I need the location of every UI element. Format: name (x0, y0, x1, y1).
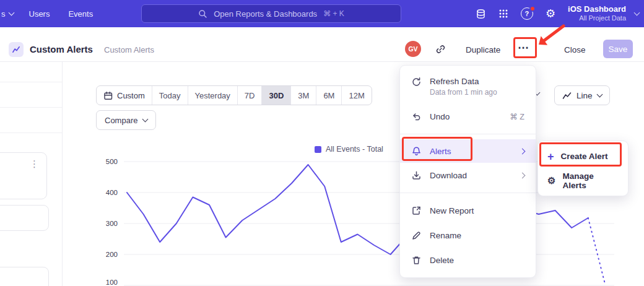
menu-item-label: New Report (430, 206, 474, 215)
menu-item-rename[interactable]: Rename (400, 223, 536, 248)
trash-icon (411, 255, 422, 266)
date-range-3m[interactable]: 3M (290, 86, 316, 105)
plus-icon: + (547, 151, 554, 162)
date-range-label: Custom (117, 91, 145, 100)
date-range-30d[interactable]: 30D (261, 86, 290, 105)
submenu-item-label: Create Alert (561, 152, 608, 161)
alerts-submenu: + Create Alert ⚙ Manage Alerts (537, 141, 629, 196)
date-range-6m[interactable]: 6M (316, 86, 341, 105)
menu-item-subtitle: Data from 1 min ago (430, 88, 497, 97)
legend-swatch (315, 146, 321, 153)
search-placeholder: Open Reports & Dashboards (214, 9, 317, 19)
refresh-icon (411, 77, 422, 87)
save-button[interactable]: Save (603, 40, 633, 58)
chevron-right-icon (520, 172, 526, 178)
date-range-today[interactable]: Today (152, 86, 188, 105)
menu-item-label: Download (430, 171, 467, 180)
sidebar-divider (62, 62, 63, 286)
menu-item-label: Delete (430, 256, 454, 265)
kebab-menu-icon[interactable]: ⋮ (30, 159, 39, 168)
menu-item-label: Undo (430, 112, 450, 121)
share-link-icon[interactable] (435, 44, 446, 54)
chart-type-label: Line (577, 91, 593, 100)
sidebar-card: ⋮ (0, 152, 47, 199)
pencil-icon (411, 230, 422, 241)
undo-icon (411, 111, 422, 122)
app-window: 500 400 300 200 100 All Events - Total ⋮… (0, 0, 644, 286)
search-icon (198, 9, 207, 19)
more-options-button[interactable]: ⋯ (518, 41, 529, 54)
chevron-right-icon (520, 148, 526, 154)
chevron-down-icon (142, 116, 149, 123)
menu-item-shortcut: ⌘ Z (510, 112, 524, 121)
sidebar-card (0, 205, 49, 231)
new-report-icon (411, 206, 422, 216)
calendar-icon (103, 91, 113, 100)
date-range-12m[interactable]: 12M (341, 86, 371, 105)
avatar[interactable]: GV (405, 41, 421, 57)
compare-button[interactable]: Compare (96, 110, 156, 130)
page-title: Custom Alerts (30, 44, 93, 54)
download-icon (411, 170, 422, 181)
menu-divider (400, 193, 536, 193)
nav-item-users[interactable]: Users (20, 0, 59, 27)
menu-item-delete[interactable]: Delete (400, 248, 536, 272)
line-chart-icon (562, 91, 572, 100)
gear-icon: ⚙ (547, 176, 555, 185)
menu-item-alerts[interactable]: Alerts (400, 139, 536, 163)
date-range-picker: Custom Today Yesterday 7D 30D 3M 6M 12M (96, 85, 372, 105)
close-button[interactable]: Close (564, 45, 586, 54)
chevron-down-icon (8, 10, 14, 16)
notification-dot (529, 6, 536, 12)
breadcrumb[interactable]: Custom Alerts (104, 45, 154, 54)
y-axis-tick: 400 (98, 189, 118, 196)
menu-item-label: Alerts (430, 147, 451, 156)
data-management-icon[interactable] (476, 9, 486, 19)
search-shortcut: ⌘ + K (323, 9, 344, 18)
chevron-down-icon (634, 10, 640, 16)
duplicate-button[interactable]: Duplicate (466, 45, 500, 54)
submenu-item-label: Manage Alerts (562, 171, 619, 190)
compare-label: Compare (105, 116, 137, 125)
menu-item-new-report[interactable]: New Report (400, 198, 536, 223)
project-name: iOS Dashboard (568, 4, 626, 14)
chart-type-button[interactable]: Line (554, 85, 610, 105)
sidebar-card (0, 267, 49, 286)
date-range-custom[interactable]: Custom (97, 86, 152, 105)
submenu-item-create-alert[interactable]: + Create Alert (538, 144, 628, 168)
project-switcher[interactable]: iOS Dashboard All Project Data (568, 4, 626, 23)
help-glyph: ? (525, 10, 529, 17)
project-subtitle: All Project Data (568, 14, 626, 23)
date-range-7d[interactable]: 7D (237, 86, 262, 105)
menu-item-undo[interactable]: Undo ⌘ Z (400, 104, 536, 129)
y-axis-tick: 200 (98, 251, 118, 258)
menu-divider (400, 134, 536, 134)
menu-item-label: Rename (430, 231, 461, 240)
help-icon[interactable]: ? (521, 7, 533, 20)
nav-item-events[interactable]: Events (59, 0, 102, 27)
menu-item-refresh-data[interactable]: Refresh Data Data from 1 min ago (400, 71, 536, 104)
sidebar-separator (0, 132, 62, 133)
submenu-item-manage-alerts[interactable]: ⚙ Manage Alerts (538, 168, 628, 193)
nav-item-truncated-label: s (1, 9, 6, 19)
y-axis-tick: 300 (98, 220, 118, 227)
report-type-icon (9, 42, 24, 57)
y-axis-tick: 500 (98, 158, 118, 165)
global-search-input[interactable]: Open Reports & Dashboards ⌘ + K (141, 4, 401, 23)
chart-legend: All Events - Total (315, 145, 383, 154)
date-range-yesterday[interactable]: Yesterday (188, 86, 237, 105)
chevron-down-icon (596, 92, 603, 98)
bell-icon (411, 146, 422, 157)
settings-gear-icon[interactable]: ⚙ (546, 8, 555, 19)
y-axis-tick: 100 (98, 279, 118, 286)
nav-item-truncated[interactable]: s (0, 0, 20, 27)
report-header: Custom Alerts Custom Alerts GV Duplicate… (0, 27, 644, 62)
top-navbar: s Users Events Open Reports & Dashboards… (0, 0, 644, 27)
menu-item-label: Refresh Data (430, 77, 497, 86)
more-options-menu: Refresh Data Data from 1 min ago Undo ⌘ … (399, 65, 536, 278)
legend-label: All Events - Total (326, 145, 383, 154)
menu-item-download[interactable]: Download (400, 163, 536, 188)
sidebar-separator (0, 107, 62, 108)
apps-grid-icon[interactable] (498, 9, 508, 19)
sidebar-separator (0, 82, 62, 82)
